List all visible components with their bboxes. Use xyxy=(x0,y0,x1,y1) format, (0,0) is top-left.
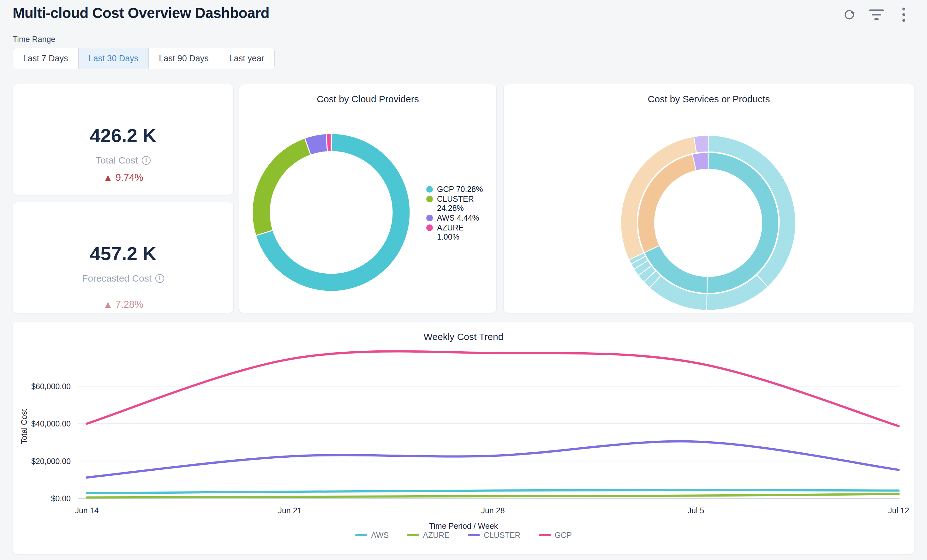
svg-text:Jun 28: Jun 28 xyxy=(481,506,505,515)
services-sunburst-chart[interactable] xyxy=(504,84,915,313)
info-icon[interactable]: i xyxy=(142,156,150,165)
legend-item-aws[interactable]: AWS xyxy=(355,531,389,540)
cluster-line-swatch xyxy=(468,534,480,536)
svg-text:$60,000.00: $60,000.00 xyxy=(31,382,71,391)
svg-text:$0.00: $0.00 xyxy=(51,494,71,503)
time-range-last-7-days[interactable]: Last 7 Days xyxy=(13,48,78,69)
legend-item-gcp[interactable]: GCP 70.28% xyxy=(426,185,483,194)
svg-text:Jul 12: Jul 12 xyxy=(888,506,909,515)
forecasted-cost-delta: ▲ 7.28% xyxy=(13,299,233,310)
refresh-icon[interactable] xyxy=(842,8,856,21)
total-cost-label: Total Cost i xyxy=(13,155,233,166)
time-range-last-30-days[interactable]: Last 30 Days xyxy=(78,48,149,69)
time-range-button-group: Last 7 Days Last 30 Days Last 90 Days La… xyxy=(13,48,275,69)
legend-item-azure[interactable]: AZURE 1.00% xyxy=(426,223,483,241)
aws-line-swatch xyxy=(355,534,367,536)
providers-legend: GCP 70.28% CLUSTER 24.28% AWS 4.44% AZUR… xyxy=(426,185,483,241)
azure-line-swatch xyxy=(407,534,419,536)
arrow-up-icon: ▲ xyxy=(103,299,113,310)
legend-item-gcp[interactable]: GCP xyxy=(539,531,572,540)
weekly-trend-line-chart[interactable]: $0.00$20,000.00$40,000.00$60,000.00Jun 1… xyxy=(13,322,915,555)
gcp-swatch xyxy=(426,186,433,193)
azure-swatch xyxy=(426,225,433,231)
forecasted-cost-value: 457.2 K xyxy=(13,243,233,264)
legend-item-aws[interactable]: AWS 4.44% xyxy=(426,213,483,223)
time-range-last-year[interactable]: Last year xyxy=(219,48,274,69)
svg-text:Jul 5: Jul 5 xyxy=(688,506,704,515)
svg-text:Jun 14: Jun 14 xyxy=(75,506,99,515)
dashboard-page: { "header": { "title": "Multi-cloud Cost… xyxy=(0,0,927,560)
gcp-line-swatch xyxy=(539,534,551,536)
info-icon[interactable]: i xyxy=(155,274,164,283)
y-axis-title: Total Cost xyxy=(20,409,29,444)
total-cost-card: 426.2 K Total Cost i ▲ 9.74% xyxy=(13,84,234,195)
filter-icon[interactable] xyxy=(869,8,883,21)
legend-item-cluster[interactable]: CLUSTER 24.28% xyxy=(426,194,483,213)
arrow-up-icon: ▲ xyxy=(103,172,113,183)
aws-swatch xyxy=(426,215,433,221)
header-toolbar xyxy=(842,8,910,21)
time-range-label: Time Range xyxy=(13,35,55,44)
cluster-swatch xyxy=(426,196,433,202)
weekly-legend: AWS AZURE CLUSTER GCP xyxy=(13,531,914,540)
total-cost-value: 426.2 K xyxy=(13,125,233,146)
weekly-cost-trend-card: Weekly Cost Trend $0.00$20,000.00$40,000… xyxy=(13,322,914,554)
forecasted-cost-card: 457.2 K Forecasted Cost i ▲ 7.28% xyxy=(13,202,234,313)
legend-item-cluster[interactable]: CLUSTER xyxy=(468,531,521,540)
page-title: Multi-cloud Cost Overview Dashboard xyxy=(13,5,269,21)
legend-item-azure[interactable]: AZURE xyxy=(407,531,450,540)
svg-text:$40,000.00: $40,000.00 xyxy=(31,419,71,428)
svg-text:Jun 21: Jun 21 xyxy=(278,506,301,515)
cost-by-services-card: Cost by Services or Products xyxy=(503,84,914,313)
svg-text:$20,000.00: $20,000.00 xyxy=(31,457,71,466)
cost-by-cloud-providers-card: Cost by Cloud Providers GCP 70.28% CLUST… xyxy=(239,84,497,313)
time-range-last-90-days[interactable]: Last 90 Days xyxy=(148,48,219,69)
x-axis-title: Time Period / Week xyxy=(13,522,914,531)
forecasted-cost-label: Forecasted Cost i xyxy=(13,273,233,284)
kebab-menu-icon[interactable] xyxy=(897,8,910,21)
total-cost-delta: ▲ 9.74% xyxy=(13,172,233,184)
